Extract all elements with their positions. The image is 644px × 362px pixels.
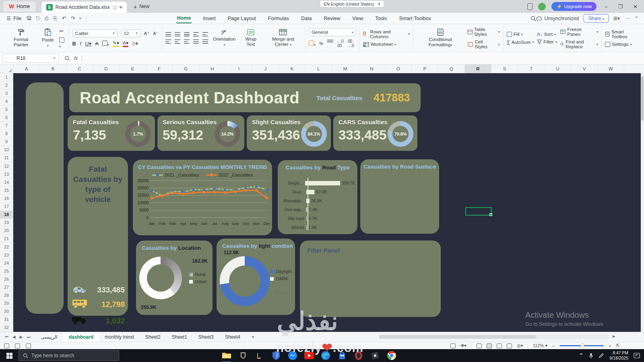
zoom-level[interactable]: 112% ▾ [533, 343, 547, 348]
device-icon[interactable] [527, 3, 533, 10]
name-box[interactable]: R18 ▾ [2, 54, 59, 63]
highlight-color-button[interactable]: ✎▾ [113, 40, 119, 47]
column-header-M[interactable]: M [332, 64, 359, 73]
restore-button[interactable]: ❐ [615, 4, 625, 10]
ribbon-tab-data[interactable]: Data [300, 14, 312, 23]
row-header-10[interactable]: 10 [0, 146, 13, 154]
column-header-S[interactable]: S [491, 64, 518, 73]
row-header-7[interactable]: 7 [0, 122, 13, 130]
row-header-31[interactable]: 31 [0, 316, 13, 324]
opera-icon[interactable] [354, 351, 363, 360]
add-sheet-button[interactable]: + [246, 333, 260, 341]
align-left-icon[interactable] [165, 39, 171, 44]
conditional-formatting-button[interactable]: Conditional Formatting▾ [417, 28, 464, 48]
zoom-out-button[interactable]: − [552, 343, 555, 348]
select-all-corner[interactable] [0, 64, 13, 73]
microphone-icon[interactable] [589, 353, 593, 359]
home-tab[interactable]: W Home [3, 1, 36, 12]
sheet-canvas[interactable]: Road Accendent Dashboard Total Casualtie… [13, 73, 641, 332]
decrease-indent-icon[interactable] [193, 32, 199, 37]
avatar[interactable] [538, 3, 546, 10]
column-header-K[interactable]: K [279, 64, 305, 73]
sheet-tab-dashboard[interactable]: dashboard [63, 333, 99, 341]
fullscreen-icon[interactable]: ⇱ [616, 343, 620, 348]
align-center-icon[interactable] [175, 39, 180, 44]
zoom-in-button[interactable]: + [609, 343, 611, 348]
sync-status[interactable]: Unsynchronized [536, 16, 579, 21]
output-icon[interactable]: ⎋ [36, 15, 40, 22]
format-painter-button[interactable]: Format Painter [6, 28, 36, 48]
kpi-card-cars-casualties[interactable]: CARS Casualties333,48579.8% [333, 115, 417, 151]
document-tab[interactable]: S Road Accident Data.xlsx ◫ [41, 2, 127, 13]
underline-button[interactable]: U▾ [85, 41, 91, 47]
row-header-13[interactable]: 13 [0, 170, 13, 178]
row-header-16[interactable]: 16 [0, 194, 13, 202]
decrease-font-icon[interactable]: A⁻ [153, 31, 159, 36]
ribbon-tab-insert[interactable]: Insert [202, 14, 216, 23]
filter-panel-card[interactable]: Filter Panel [300, 241, 441, 317]
column-header-H[interactable]: H [199, 64, 226, 73]
print-preview-icon[interactable]: ⎘ [53, 15, 57, 22]
sort-button[interactable]: A↓ Sort▾ [537, 32, 557, 37]
align-middle-icon[interactable] [175, 32, 180, 37]
row-header-17[interactable]: 17 [0, 203, 13, 211]
sheet-tab-Sheet1[interactable]: Sheet1 [166, 333, 193, 341]
decrease-decimal-icon[interactable]: .00→.0 [347, 39, 354, 48]
table-styles-button[interactable]: Table Styles▾ [467, 27, 500, 37]
row-header-21[interactable]: 21 [0, 235, 13, 243]
increase-decimal-icon[interactable]: ←.0.00 [336, 39, 343, 48]
row-header-19[interactable]: 19 [0, 219, 13, 227]
merge-center-button[interactable]: Merge and Center ▾ [264, 28, 302, 48]
close-button[interactable]: ✕ [631, 4, 640, 10]
justify-icon[interactable] [193, 39, 199, 44]
column-header-Q[interactable]: Q [438, 64, 465, 73]
freeze-panes-button[interactable]: Freeze Panes▾ [560, 27, 598, 37]
status-sheet-icon[interactable] [26, 343, 31, 348]
column-header-I[interactable]: I [226, 64, 252, 73]
column-header-O[interactable]: O [385, 64, 412, 73]
column-header-U[interactable]: U [545, 64, 571, 73]
distributed-icon[interactable] [202, 39, 208, 44]
number-format-select[interactable]: General▾ [309, 28, 356, 36]
pen-icon[interactable] [599, 353, 604, 358]
font-size-select[interactable]: 12▾ [121, 29, 140, 37]
increase-font-icon[interactable]: A⁺ [144, 31, 150, 36]
light-condition-chart-card[interactable]: Casualties by light condion 112.9K Dayli… [217, 239, 295, 315]
status-grid-icon[interactable] [4, 343, 9, 348]
column-header-L[interactable]: L [305, 64, 332, 73]
column-header-G[interactable]: G [173, 64, 199, 73]
kpi-card-slight-casualties[interactable]: Slight Casualties351,43684.1% [247, 115, 331, 151]
find-replace-button[interactable]: Find and Replace▾ [560, 39, 598, 49]
last-sheet-icon[interactable]: ⏭ [27, 335, 30, 339]
file-explorer-icon[interactable] [222, 351, 231, 360]
selected-cell[interactable] [465, 207, 492, 216]
font-name-select[interactable]: Calibri▾ [72, 29, 118, 37]
macro-record-icon[interactable] [450, 343, 456, 348]
cut-icon[interactable]: ✂ [59, 28, 65, 34]
bold-button[interactable]: B [72, 41, 76, 47]
row-header-4[interactable]: 4 [0, 97, 13, 105]
collapse-ribbon-icon[interactable]: ⌃ [634, 16, 638, 21]
paste-button[interactable]: Paste ▾ [39, 27, 56, 49]
row-header-12[interactable]: 12 [0, 162, 13, 170]
prev-sheet-icon[interactable]: ◀ [12, 335, 16, 339]
taskbar-clock[interactable]: 8:47 PM 9/18/2025 [609, 350, 628, 361]
kpi-card-serious-casualties[interactable]: Serious Casualties59,31214.2% [157, 115, 244, 151]
column-header-E[interactable]: E [120, 64, 146, 73]
present-icon[interactable]: ◫ [113, 5, 117, 10]
column-header-W[interactable]: W [598, 64, 624, 73]
row-header-6[interactable]: 6 [0, 113, 13, 121]
column-header-P[interactable]: P [412, 64, 438, 73]
ribbon-layout-icon[interactable]: ⊞▾ [613, 16, 620, 21]
ribbon-tab-tools[interactable]: Tools [374, 14, 388, 23]
start-button[interactable] [0, 353, 19, 359]
column-header-B[interactable]: B [40, 64, 66, 73]
row-header-5[interactable]: 5 [0, 105, 13, 113]
ribbon-tab-review[interactable]: Review [323, 14, 341, 23]
horizontal-scrollbar-thumb[interactable] [379, 335, 536, 339]
messenger-icon[interactable] [288, 351, 297, 360]
taskbar-search[interactable]: Type here to search [19, 350, 119, 361]
first-sheet-icon[interactable]: ⏮ [5, 335, 8, 339]
reading-mode-icon[interactable]: ◎▾ [517, 343, 523, 348]
share-button[interactable]: Share ▾ [584, 14, 608, 23]
